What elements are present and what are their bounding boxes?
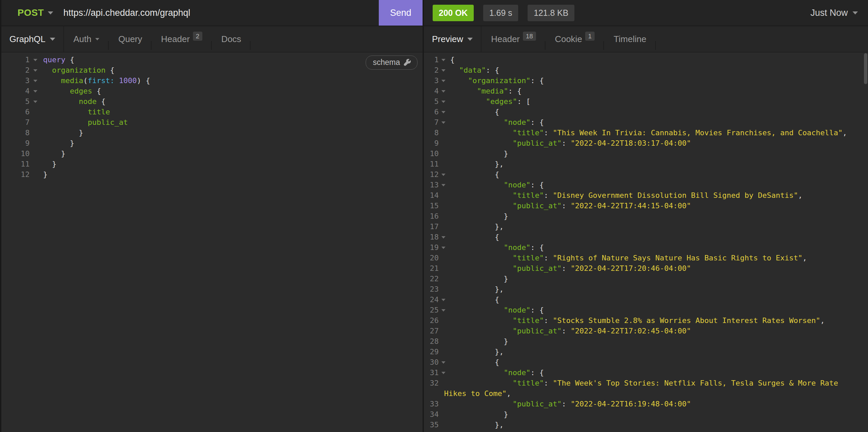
- code-line: 11}: [1, 159, 423, 169]
- line-number: 25: [424, 305, 439, 315]
- preview-mode-dropdown[interactable]: Preview: [424, 26, 482, 52]
- fold-icon[interactable]: [439, 305, 448, 315]
- fold-icon[interactable]: [439, 367, 448, 378]
- fold-spacer: [30, 117, 41, 128]
- line-number: 19: [424, 242, 439, 253]
- fold-icon[interactable]: [439, 96, 448, 107]
- request-tabbar: GraphQL AuthQueryHeader2Docs: [1, 26, 423, 53]
- code-text: organization {: [41, 65, 115, 75]
- fold-icon[interactable]: [30, 96, 41, 107]
- fold-icon[interactable]: [439, 107, 448, 117]
- line-number: 2: [424, 65, 439, 75]
- fold-spacer: [439, 420, 448, 430]
- tab-header[interactable]: Header2: [152, 26, 212, 52]
- code-line: 29},: [424, 346, 868, 357]
- line-number: 1: [1, 55, 30, 65]
- fold-spacer: [439, 211, 448, 221]
- tab-auth[interactable]: Auth: [64, 26, 109, 52]
- code-line: 6{: [424, 107, 868, 117]
- code-line: 11},: [424, 159, 868, 169]
- code-line: 25"node": {: [424, 305, 868, 315]
- fold-icon[interactable]: [439, 357, 448, 367]
- tab-timeline[interactable]: Timeline: [604, 26, 655, 52]
- code-text: "node": {: [448, 180, 544, 190]
- code-text: }: [448, 273, 508, 284]
- code-line: 22}: [424, 273, 868, 284]
- history-dropdown[interactable]: Just Now: [810, 8, 858, 18]
- code-line: 31"node": {: [424, 367, 868, 378]
- response-tabs: Header18Cookie1Timeline: [482, 26, 655, 52]
- fold-icon[interactable]: [439, 180, 448, 190]
- tab-label: Cookie: [555, 34, 582, 44]
- send-button[interactable]: Send: [379, 0, 423, 26]
- code-text: "media": {: [448, 86, 522, 96]
- caret-down-icon: [467, 38, 473, 41]
- line-number: 13: [424, 180, 439, 190]
- fold-icon[interactable]: [439, 232, 448, 242]
- fold-icon[interactable]: [30, 55, 41, 65]
- fold-icon[interactable]: [439, 242, 448, 253]
- fold-icon[interactable]: [30, 86, 41, 96]
- line-number: 31: [424, 367, 439, 378]
- schema-button[interactable]: schema: [366, 56, 417, 70]
- scrollbar-thumb[interactable]: [864, 53, 867, 84]
- code-text: }: [41, 169, 48, 180]
- method-dropdown[interactable]: POST: [1, 7, 53, 18]
- code-line: 10}: [1, 148, 423, 159]
- code-text: }: [448, 409, 508, 420]
- query-editor[interactable]: 1query {2organization {3media(first: 100…: [1, 53, 423, 432]
- fold-icon[interactable]: [439, 294, 448, 305]
- line-number: 10: [424, 148, 439, 159]
- code-line: 17},: [424, 221, 868, 232]
- tab-count-badge: 18: [523, 32, 536, 41]
- fold-spacer: [439, 263, 448, 273]
- line-number: 21: [424, 263, 439, 273]
- tab-query[interactable]: Query: [109, 26, 152, 52]
- tab-cookie[interactable]: Cookie1: [546, 26, 604, 52]
- fold-spacer: [439, 409, 448, 420]
- code-line: 28}: [424, 336, 868, 346]
- fold-icon[interactable]: [439, 55, 448, 65]
- code-line: 7"node": {: [424, 117, 868, 128]
- code-text: edges {: [41, 86, 101, 96]
- fold-icon[interactable]: [439, 86, 448, 96]
- caret-down-icon: [50, 38, 55, 41]
- line-number: 11: [424, 159, 439, 169]
- line-number: 10: [1, 148, 30, 159]
- body-type-dropdown[interactable]: GraphQL: [1, 26, 64, 52]
- line-number: 23: [424, 284, 439, 294]
- line-number: 9: [424, 138, 439, 148]
- response-viewer[interactable]: 1{2"data": {3"organization": {4"media": …: [424, 53, 868, 432]
- line-number: 6: [1, 107, 30, 117]
- tab-count-badge: 2: [193, 32, 203, 41]
- line-number: 17: [424, 221, 439, 232]
- tab-label: Query: [118, 34, 142, 44]
- code-text: }: [448, 336, 508, 346]
- code-text: "node": {: [448, 242, 544, 253]
- line-number: 15: [424, 201, 439, 211]
- fold-spacer: [439, 315, 448, 326]
- code-text: {: [448, 232, 499, 242]
- fold-spacer: [30, 128, 41, 138]
- fold-icon[interactable]: [439, 65, 448, 75]
- fold-icon[interactable]: [30, 65, 41, 75]
- fold-spacer: [439, 148, 448, 159]
- code-line: 7public_at: [1, 117, 423, 128]
- fold-icon[interactable]: [439, 117, 448, 128]
- line-number: 7: [1, 117, 30, 128]
- tab-header[interactable]: Header18: [482, 26, 545, 52]
- fold-icon[interactable]: [439, 169, 448, 180]
- line-number: 3: [424, 75, 439, 86]
- tab-docs[interactable]: Docs: [212, 26, 250, 52]
- code-line: 4"media": {: [424, 86, 868, 96]
- fold-spacer: [439, 399, 448, 409]
- code-line: 8}: [1, 128, 423, 138]
- line-number: 7: [424, 117, 439, 128]
- fold-icon[interactable]: [439, 75, 448, 86]
- fold-icon[interactable]: [439, 430, 448, 432]
- code-text: }: [448, 148, 508, 159]
- fold-icon[interactable]: [30, 75, 41, 86]
- line-number: 6: [424, 107, 439, 117]
- url-input[interactable]: https://api.cheddar.com/graphql: [63, 8, 379, 18]
- line-number: 5: [424, 96, 439, 107]
